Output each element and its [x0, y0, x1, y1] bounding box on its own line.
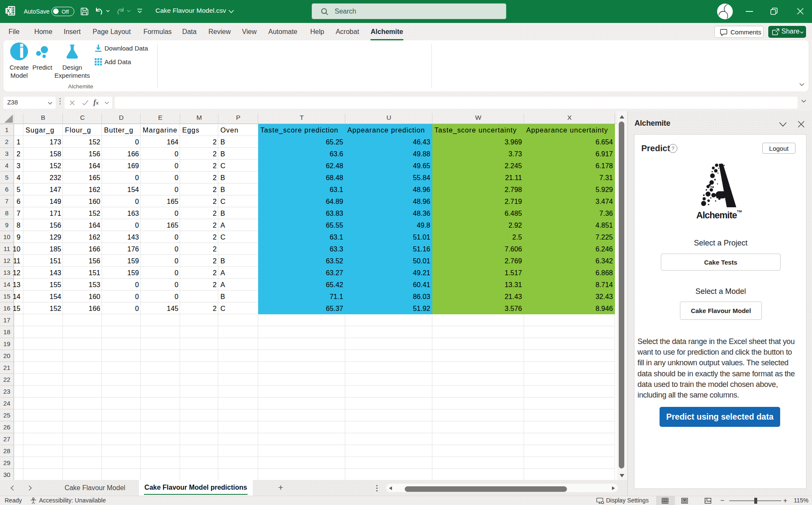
svg-text:X: X — [6, 8, 10, 14]
